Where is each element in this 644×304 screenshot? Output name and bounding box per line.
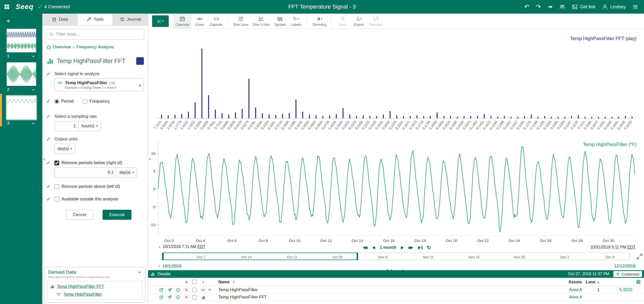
investigate-end-date[interactable]: 12/12/2018 <box>614 264 635 269</box>
remove-item-icon[interactable] <box>182 295 190 300</box>
info-item-icon[interactable] <box>174 287 182 292</box>
sampling-rate-input[interactable] <box>54 121 78 131</box>
sampling-unit-select[interactable]: hour(s)▾ <box>78 121 101 131</box>
investigate-start-date[interactable]: 10/1/2018 <box>162 264 182 269</box>
collapse-sidebar-handle[interactable]: « <box>43 154 47 163</box>
remove-below-checkbox-row[interactable]: Remove periods below (right of) <box>54 160 144 165</box>
range-navigation: ◀◀ ◀ 1 month ▶ ▶▶ ▶ ↻ <box>362 244 431 251</box>
column-assets[interactable]: Assets <box>552 280 582 284</box>
timeline-scrubber[interactable]: Oct 7Oct 14Oct 21Oct 28Nov 4Nov 11Nov 18… <box>162 253 630 260</box>
asset-link[interactable]: Area A <box>569 287 582 292</box>
trend-line-chart[interactable]: 1050-5-10Oct 2Oct 4Oct 6Oct 8Oct 10Oct 1… <box>148 139 644 244</box>
collapse-panel-handle[interactable]: « <box>149 154 153 163</box>
toolbar-button-one-y-axis[interactable]: One Y-Axis <box>251 14 272 28</box>
select-all-checkbox[interactable] <box>190 280 199 284</box>
users-icon[interactable] <box>559 4 565 10</box>
toolbar-button-calendar[interactable]: Calendar <box>174 14 191 28</box>
send-item-icon[interactable] <box>165 295 174 300</box>
column-lane[interactable]: Lane▲ <box>582 280 600 284</box>
worksheet-thumbnail-2[interactable]: 2 <box>7 62 36 92</box>
sort-icon[interactable]: ▲▼ <box>233 281 235 283</box>
fft-bar-chart[interactable]: 7.11113.55562.37041.77781.42221.18521.01… <box>148 29 644 139</box>
add-column-icon[interactable] <box>632 280 644 284</box>
range-duration[interactable]: 1 month <box>380 245 396 250</box>
get-link-button[interactable]: Get link <box>572 4 595 10</box>
signal-select[interactable]: Temp HighPassFilter (°F) Example » Cooli… <box>54 78 144 91</box>
connection-status[interactable]: ✓ 4 Connected <box>38 4 70 10</box>
below-unit-select[interactable]: day(s)▾ <box>116 167 137 177</box>
asset-link[interactable]: Area A <box>569 295 582 300</box>
new-worksheet-button[interactable] <box>4 17 13 25</box>
toolbar-button-chain[interactable]: Chain <box>192 14 207 28</box>
derived-item-link[interactable]: Temp HighPassFilter FFT <box>57 284 104 289</box>
toolbar-button-labels[interactable]: ▾Labels <box>288 14 303 28</box>
toolbar-button-export[interactable]: ▾Export <box>351 14 366 28</box>
timeline-selected-window[interactable] <box>162 253 358 260</box>
worksheet-thumbnail-1[interactable]: 1 <box>7 29 36 59</box>
remove-below-checkbox[interactable] <box>54 161 59 165</box>
send-item-icon[interactable] <box>165 287 174 292</box>
pan-left-icon[interactable]: ◀ <box>372 246 375 250</box>
item-name[interactable]: Temp HighPassFilter FFT <box>218 295 552 300</box>
radio-period[interactable]: Period <box>54 99 74 104</box>
toolbar-button-one-lane[interactable]: One Lane <box>231 14 250 28</box>
share-icon[interactable]: ↠ <box>548 4 553 10</box>
expand-timeline-icon[interactable] <box>636 253 643 260</box>
remove-all-icon[interactable] <box>182 280 190 285</box>
toolbar-button-capsule[interactable]: Capsule <box>208 14 224 28</box>
radio-frequency[interactable]: Frequency <box>83 99 110 104</box>
user-menu[interactable]: Lindsey <box>602 4 626 10</box>
pan-far-right-icon[interactable]: ▶▶ <box>409 246 414 250</box>
filter-tools-input[interactable] <box>56 32 141 37</box>
remove-above-checkbox-row[interactable]: Remove periods above (left of) <box>54 184 144 189</box>
execute-button[interactable]: Execute <box>103 210 131 220</box>
undo-icon[interactable]: ↶ <box>524 4 529 10</box>
available-outside-checkbox[interactable] <box>54 197 59 202</box>
customize-button[interactable]: Customize <box>613 271 642 277</box>
item-name[interactable]: Temp HighPassFilter <box>218 287 552 292</box>
chevron-down-icon[interactable] <box>31 54 36 59</box>
cancel-button[interactable]: Cancel <box>66 210 93 220</box>
frequency-radio[interactable] <box>83 99 87 104</box>
pan-to-end-icon[interactable]: ▶ <box>418 246 422 250</box>
chevron-down-icon[interactable] <box>31 121 36 126</box>
tab-tools[interactable]: Tools <box>78 14 113 25</box>
chevron-down-icon[interactable] <box>137 270 142 275</box>
row-checkbox[interactable] <box>190 295 199 299</box>
edit-item-icon[interactable] <box>157 287 165 292</box>
remove-item-icon[interactable] <box>182 287 190 292</box>
edit-item-icon[interactable] <box>157 295 165 300</box>
info-item-icon[interactable] <box>174 295 182 300</box>
sort-icon[interactable]: ▲▼ <box>199 280 208 285</box>
output-unit-select[interactable]: day(s)▾ <box>54 144 75 154</box>
timezone-link[interactable]: EDT <box>197 245 206 249</box>
toolbar-button-view-selector[interactable]: ▾ <box>152 15 169 27</box>
toolbar-button-spread[interactable]: Spread <box>272 14 287 28</box>
hamburger-menu-icon[interactable] <box>632 4 638 10</box>
table-row[interactable]: Temp HighPassFilter FFTArea A <box>148 294 644 301</box>
tab-journal[interactable]: Journal <box>113 14 148 25</box>
available-outside-checkbox-row[interactable]: Available outside this analysis <box>54 197 144 202</box>
chevron-down-icon[interactable] <box>31 87 36 92</box>
row-checkbox[interactable] <box>190 288 199 292</box>
remove-above-checkbox[interactable] <box>54 184 59 189</box>
app-grid-button[interactable] <box>0 0 14 14</box>
period-radio[interactable] <box>54 99 59 104</box>
derived-item-link[interactable]: Temp HighPassFilter <box>63 292 102 297</box>
pan-far-left-icon[interactable]: ◀◀ <box>362 246 367 250</box>
table-row[interactable]: °FTemp HighPassFilterArea A15.3032 <box>148 286 644 294</box>
refresh-icon[interactable]: ↻ <box>427 245 431 250</box>
timezone-link[interactable]: EDT <box>627 245 635 249</box>
color-swatch[interactable] <box>136 57 144 65</box>
breadcrumb-overview[interactable]: Overview <box>53 45 71 50</box>
worksheet-thumbnail-3[interactable]: 3 <box>7 96 36 126</box>
toolbar-button-dimming[interactable]: ▾Dimming <box>311 14 328 28</box>
pan-right-icon[interactable]: ▶ <box>401 246 404 250</box>
home-icon[interactable] <box>46 45 51 50</box>
sampling-rate-label: Select a sampling rate <box>54 114 144 119</box>
column-name[interactable]: Name▲▼ <box>218 280 552 284</box>
tab-data[interactable]: Data <box>42 14 78 25</box>
remove-below-input[interactable] <box>54 167 116 177</box>
redo-icon[interactable]: ↷ <box>536 4 541 10</box>
breadcrumb-current[interactable]: Frequency Analysis <box>77 45 114 50</box>
